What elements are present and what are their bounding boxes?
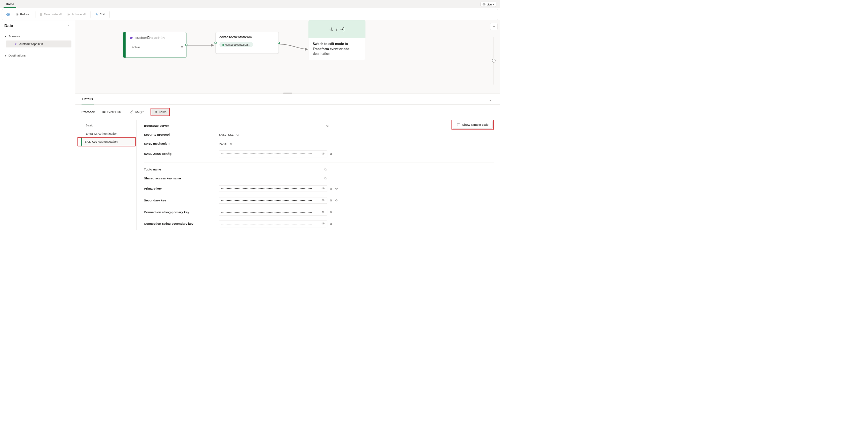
zoom-handle[interactable] bbox=[492, 59, 496, 62]
node-title: customEndpointIn bbox=[135, 36, 164, 40]
copy-button[interactable]: ⧉ bbox=[324, 168, 327, 171]
node-source-customendpointin[interactable]: customEndpointIn Active ≡ bbox=[123, 32, 186, 58]
auth-entra[interactable]: Entra ID Authentication bbox=[82, 130, 136, 138]
copy-button[interactable]: ⧉ bbox=[326, 124, 329, 128]
secret-input[interactable]: ••••••••••••••••••••••••••••••••••••••••… bbox=[219, 151, 328, 157]
deactivate-all-label: Deactivate all bbox=[44, 13, 62, 16]
protocol-amqp[interactable]: AMQP bbox=[128, 109, 146, 115]
field-label: SASL mechanism bbox=[144, 142, 216, 145]
output-icon bbox=[340, 27, 345, 32]
tab-details[interactable]: Details bbox=[82, 94, 94, 104]
sidebar-item-customendpointin[interactable]: customEndpointIn bbox=[6, 40, 71, 48]
deactivate-all-button[interactable]: Deactivate all bbox=[38, 11, 64, 18]
sidebar-section-sources[interactable]: ▾ Sources bbox=[4, 33, 72, 39]
flow-canvas[interactable]: customEndpointIn Active ≡ contosoeventst… bbox=[75, 20, 500, 93]
auth-basic[interactable]: Basic bbox=[82, 121, 136, 130]
details-collapse-button[interactable]: ⌄ bbox=[487, 94, 494, 104]
sidebar-collapse-button[interactable]: « bbox=[68, 24, 72, 28]
sidebar-section-destinations[interactable]: ▾ Destinations bbox=[4, 53, 72, 58]
details-panel: Details ⌄ Protocol: Event Hub AMQP bbox=[75, 94, 500, 243]
refresh-label: Refresh bbox=[20, 13, 30, 16]
svg-point-8 bbox=[155, 113, 156, 113]
settings-button[interactable] bbox=[4, 11, 12, 18]
auth-method-list: Basic Entra ID Authentication SAS Key Au… bbox=[82, 120, 137, 230]
protocol-kafka[interactable]: Kafka bbox=[151, 109, 169, 115]
reveal-button[interactable]: 👁 bbox=[322, 152, 325, 156]
panel-resize-handle[interactable] bbox=[283, 92, 292, 93]
node-port-out[interactable] bbox=[278, 42, 280, 44]
canvas-add-button[interactable]: ＋ bbox=[490, 23, 497, 30]
reveal-button[interactable]: 👁 bbox=[322, 199, 325, 202]
data-sidebar: Data « ▾ Sources customEndpointIn ▾ Dest… bbox=[0, 20, 75, 243]
regenerate-button[interactable]: ⟳ bbox=[335, 199, 338, 202]
slash: / bbox=[336, 27, 338, 32]
reveal-button[interactable]: 👁 bbox=[322, 210, 325, 214]
eventhub-icon bbox=[102, 110, 105, 114]
field-label: Connection string-secondary key bbox=[144, 222, 216, 226]
kafka-icon bbox=[154, 110, 157, 114]
zoom-slider[interactable] bbox=[493, 37, 494, 85]
regenerate-button[interactable]: ⟳ bbox=[335, 187, 338, 190]
field-value: PLAIN bbox=[219, 142, 227, 145]
secret-input[interactable]: ••••••••••••••••••••••••••••••••••••••••… bbox=[219, 197, 328, 204]
live-mode-pill[interactable]: Live ▾ bbox=[481, 2, 496, 7]
node-port-in[interactable] bbox=[215, 42, 217, 44]
node-menu-button[interactable]: ≡ bbox=[181, 45, 183, 49]
node-port-out[interactable] bbox=[185, 44, 187, 46]
reveal-button[interactable]: 👁 bbox=[322, 222, 325, 225]
divider bbox=[144, 163, 494, 163]
sidebar-title: Data bbox=[4, 24, 13, 28]
pause-icon bbox=[40, 13, 42, 16]
copy-button[interactable]: ⧉ bbox=[229, 142, 233, 145]
protocol-eventhub[interactable]: Event Hub bbox=[100, 109, 123, 115]
field-label: Security protocol bbox=[144, 133, 216, 137]
auth-sas[interactable]: SAS Key Authentication bbox=[81, 138, 135, 145]
button-label: Show sample code bbox=[462, 123, 489, 127]
copy-button[interactable]: ⧉ bbox=[329, 152, 333, 156]
highlight-box: SAS Key Authentication bbox=[78, 137, 136, 146]
copy-button[interactable]: ⧉ bbox=[324, 177, 327, 180]
node-stream-contosoeventstream[interactable]: contosoeventstream ∫∫ contosoeventstrea.… bbox=[216, 32, 279, 54]
masked-value: ••••••••••••••••••••••••••••••••••••••••… bbox=[221, 187, 321, 190]
copy-button[interactable]: ⧉ bbox=[329, 199, 333, 202]
copy-button[interactable]: ⧉ bbox=[329, 187, 333, 190]
protocol-label-text: AMQP bbox=[135, 110, 144, 114]
reveal-button[interactable]: 👁 bbox=[322, 187, 325, 190]
show-sample-code-button[interactable]: Show sample code bbox=[453, 121, 493, 129]
dest-hint-text: Switch to edit mode to Transform event o… bbox=[309, 38, 366, 60]
copy-button[interactable]: ⧉ bbox=[329, 222, 333, 225]
eye-icon bbox=[483, 3, 486, 6]
endpoint-icon bbox=[130, 36, 134, 40]
chip-label: contosoeventstrea... bbox=[225, 43, 250, 46]
code-icon bbox=[457, 123, 461, 127]
field-label: Connection string-primary key bbox=[144, 210, 216, 214]
stream-chip[interactable]: ∫∫ contosoeventstrea... bbox=[219, 42, 253, 47]
tab-home[interactable]: Home bbox=[4, 1, 16, 8]
activate-all-label: Activate all bbox=[71, 13, 86, 16]
chevron-down-icon: ▾ bbox=[4, 35, 7, 38]
copy-button[interactable]: ⧉ bbox=[236, 133, 239, 136]
chevron-down-icon: ▾ bbox=[493, 3, 494, 5]
node-destination-placeholder[interactable]: / Switch to edit mode to Transform event… bbox=[309, 20, 366, 75]
refresh-button[interactable]: Refresh bbox=[13, 11, 33, 18]
endpoint-icon bbox=[14, 42, 18, 45]
svg-point-0 bbox=[484, 4, 484, 4]
chevron-down-icon: ▾ bbox=[4, 54, 7, 57]
highlight-box: Show sample code bbox=[452, 120, 494, 130]
field-label: SASL JASS config bbox=[144, 152, 216, 156]
svg-rect-5 bbox=[103, 111, 103, 113]
svg-point-7 bbox=[155, 111, 156, 111]
secret-input[interactable]: ••••••••••••••••••••••••••••••••••••••••… bbox=[219, 221, 328, 227]
edge bbox=[186, 44, 216, 47]
svg-point-3 bbox=[130, 37, 132, 38]
edit-button[interactable]: Edit bbox=[93, 11, 107, 18]
field-label: Shared access key name bbox=[144, 176, 216, 180]
sidebar-section-label: Sources bbox=[8, 34, 20, 38]
activate-all-button[interactable]: Activate all bbox=[65, 11, 88, 18]
sidebar-item-label: customEndpointIn bbox=[20, 42, 43, 45]
link-icon bbox=[130, 110, 133, 114]
secret-input[interactable]: ••••••••••••••••••••••••••••••••••••••••… bbox=[219, 209, 328, 216]
secret-input[interactable]: ••••••••••••••••••••••••••••••••••••••••… bbox=[219, 186, 328, 192]
masked-value: ••••••••••••••••••••••••••••••••••••••••… bbox=[221, 152, 321, 155]
copy-button[interactable]: ⧉ bbox=[329, 210, 333, 214]
